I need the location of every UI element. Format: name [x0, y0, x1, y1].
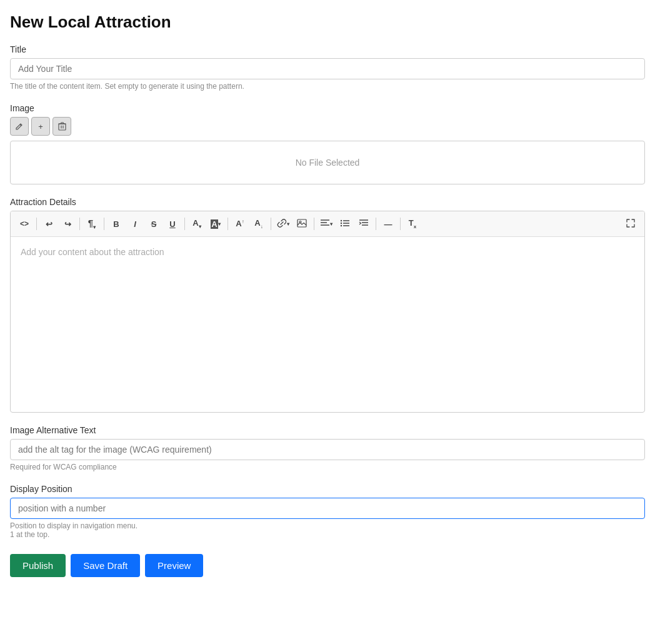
toolbar-fullscreen-button[interactable]	[622, 215, 639, 233]
fullscreen-icon	[626, 218, 636, 230]
clear-icon: Tx	[409, 218, 416, 229]
image-toolbar: +	[10, 117, 645, 136]
rich-editor-content[interactable]: Add your content about the attraction	[11, 237, 644, 412]
display-position-input[interactable]	[10, 498, 645, 519]
toolbar-subscript-button[interactable]: A↓	[250, 215, 268, 233]
save-draft-button[interactable]: Save Draft	[71, 554, 140, 577]
toolbar-underline-button[interactable]: U	[164, 215, 181, 233]
page-title: New Local Attraction	[10, 13, 645, 32]
toolbar-paragraph-button[interactable]: ¶▾	[83, 215, 101, 233]
image-edit-button[interactable]	[10, 117, 29, 136]
publish-button[interactable]: Publish	[10, 554, 66, 577]
toolbar-clear-button[interactable]: Tx	[404, 215, 421, 233]
toolbar-separator-4	[184, 218, 185, 230]
alt-text-label: Image Alternative Text	[10, 425, 645, 435]
toolbar-italic-button[interactable]: I	[126, 215, 144, 233]
toolbar-indent-button[interactable]	[355, 215, 372, 233]
toolbar-redo-button[interactable]: ↪	[59, 215, 76, 233]
undo-icon: ↩	[46, 219, 52, 229]
toolbar-separator-8	[376, 218, 376, 230]
italic-icon: I	[134, 219, 136, 229]
title-section: Title The title of the content item. Set…	[10, 44, 645, 91]
action-buttons: Publish Save Draft Preview	[10, 554, 645, 577]
display-position-hint: Position to display in navigation menu. …	[10, 521, 645, 539]
subscript-icon: A↓	[254, 218, 262, 229]
title-input[interactable]	[10, 58, 645, 79]
svg-rect-0	[59, 124, 66, 130]
bold-icon: B	[113, 219, 119, 229]
underline-icon: U	[169, 219, 175, 229]
indent-icon	[359, 219, 369, 229]
toolbar-bold-button[interactable]: B	[108, 215, 125, 233]
file-drop-zone[interactable]: No File Selected	[10, 141, 645, 184]
font-color-icon: A▾	[192, 218, 201, 229]
svg-point-8	[341, 224, 342, 226]
title-label: Title	[10, 44, 645, 54]
preview-button[interactable]: Preview	[145, 554, 203, 577]
svg-point-6	[341, 219, 342, 221]
toolbar-bullet-list-button[interactable]	[336, 215, 354, 233]
rich-content-placeholder: Add your content about the attraction	[21, 247, 164, 257]
toolbar-separator-1	[36, 218, 37, 230]
image-insert-icon	[297, 218, 307, 230]
rich-toolbar: <> ↩ ↪ ¶▾ B I S	[11, 211, 644, 237]
plus-icon: +	[38, 122, 43, 131]
toolbar-separator-7	[314, 218, 314, 230]
toolbar-separator-2	[79, 218, 80, 230]
alt-text-input[interactable]	[10, 439, 645, 460]
title-hint: The title of the content item. Set empty…	[10, 82, 645, 91]
attraction-details-section: Attraction Details <> ↩ ↪ ¶▾ B	[10, 197, 645, 413]
alt-text-section: Image Alternative Text Required for WCAG…	[10, 425, 645, 471]
alt-text-hint: Required for WCAG compliance	[10, 463, 645, 471]
display-position-section: Display Position Position to display in …	[10, 484, 645, 539]
toolbar-separator-5	[228, 218, 228, 230]
toolbar-source-button[interactable]: <>	[16, 215, 33, 233]
toolbar-link-button[interactable]: ▾	[274, 215, 292, 233]
source-icon: <>	[20, 219, 29, 228]
align-icon	[320, 219, 330, 229]
toolbar-separator-6	[271, 218, 271, 230]
hr-icon: —	[384, 219, 392, 229]
toolbar-undo-button[interactable]: ↩	[40, 215, 58, 233]
display-position-label: Display Position	[10, 484, 645, 494]
rich-editor-container: <> ↩ ↪ ¶▾ B I S	[10, 211, 645, 413]
toolbar-align-button[interactable]: ▾	[318, 215, 335, 233]
toolbar-separator-9	[400, 218, 401, 230]
paragraph-icon: ¶▾	[88, 218, 96, 230]
no-file-text: No File Selected	[296, 158, 360, 168]
superscript-icon: A↑	[236, 219, 244, 228]
attraction-details-label: Attraction Details	[10, 197, 645, 207]
svg-rect-1	[298, 219, 306, 227]
toolbar-separator-3	[104, 218, 104, 230]
image-section: Image + No File Selected	[10, 103, 645, 184]
toolbar-font-bg-button[interactable]: A▾	[207, 215, 224, 233]
toolbar-strikethrough-button[interactable]: S	[145, 215, 162, 233]
bullet-list-icon	[340, 219, 350, 229]
image-add-button[interactable]: +	[31, 117, 50, 136]
image-delete-button[interactable]	[52, 117, 71, 136]
image-label: Image	[10, 103, 645, 113]
toolbar-superscript-button[interactable]: A↑	[231, 215, 249, 233]
toolbar-image-insert-button[interactable]	[293, 215, 311, 233]
font-bg-icon: A	[211, 219, 218, 229]
redo-icon: ↪	[64, 219, 71, 229]
link-icon	[277, 218, 287, 230]
svg-point-7	[341, 222, 342, 223]
strikethrough-icon: S	[151, 219, 157, 229]
toolbar-font-color-button[interactable]: A▾	[188, 215, 206, 233]
toolbar-hr-button[interactable]: —	[379, 215, 397, 233]
